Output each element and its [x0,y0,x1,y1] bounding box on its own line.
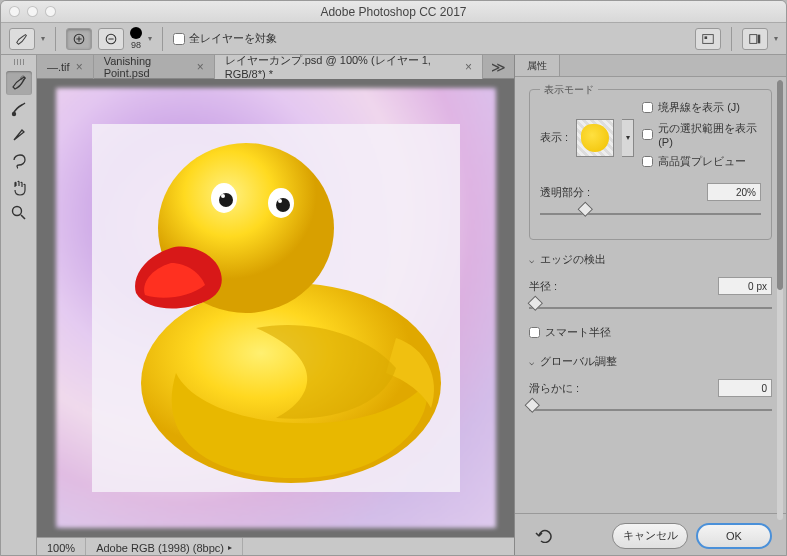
smooth-label: 滑らかに : [529,381,579,396]
close-tab-icon[interactable]: × [197,60,204,74]
svg-point-12 [219,193,233,207]
all-layers-checkbox[interactable]: 全レイヤーを対象 [173,31,277,46]
display-mode-group: 表示モード 表示 : ▾ 境界線を表示 (J) 元の選択範囲を表示 (P) 高品… [529,89,772,240]
preview-thumbnail[interactable] [576,119,614,157]
status-bar: 100% Adobe RGB (1998) (8bpc)▸ [37,537,514,556]
tools-panel [1,55,37,556]
panel-scrollbar[interactable] [777,80,783,520]
document-tab[interactable]: Vanishing Point.psd× [94,55,215,79]
document-tabs: —.tif× Vanishing Point.psd× レイヤーカンプ.psd … [37,55,514,79]
chevron-down-icon: ⌵ [529,357,534,367]
reset-button[interactable] [529,526,557,546]
document-area: —.tif× Vanishing Point.psd× レイヤーカンプ.psd … [37,55,514,556]
smart-radius-checkbox[interactable]: スマート半径 [529,325,772,340]
document-tab-active[interactable]: レイヤーカンプ.psd @ 100% (レイヤー 1, RGB/8*) *× [215,55,483,79]
radius-label: 半径 : [529,279,557,294]
svg-point-8 [12,207,21,216]
svg-rect-2 [703,34,714,43]
ok-button[interactable]: OK [696,523,772,549]
subtract-selection-button[interactable] [98,28,124,50]
chevron-down-icon: ⌵ [529,255,534,265]
color-profile[interactable]: Adobe RGB (1998) (8bpc)▸ [86,538,243,556]
edge-section-toggle[interactable]: ⌵エッジの検出 [529,252,772,267]
brush-size-value: 98 [131,40,141,50]
global-section-toggle[interactable]: ⌵グローバル調整 [529,354,772,369]
workspace-icon[interactable] [742,28,768,50]
tool-preset-picker[interactable] [9,28,35,50]
display-mode-legend: 表示モード [540,83,598,97]
panel-footer: キャンセル OK [515,513,786,556]
gallery-icon[interactable] [695,28,721,50]
svg-rect-5 [758,34,761,43]
add-selection-button[interactable] [66,28,92,50]
radius-field[interactable]: 0 px [718,277,772,295]
show-border-checkbox[interactable]: 境界線を表示 (J) [642,100,761,115]
panel-tabs: 属性 [515,55,786,77]
panel-tab-properties[interactable]: 属性 [515,55,560,76]
options-bar: ▾ 98 ▾ 全レイヤーを対象 ▾ [1,23,786,55]
high-quality-checkbox[interactable]: 高品質プレビュー [642,154,761,169]
smooth-slider[interactable] [529,403,772,417]
close-tab-icon[interactable]: × [465,60,472,74]
panel-grip-icon[interactable] [7,59,31,65]
lasso-tool[interactable] [6,149,32,173]
quick-select-tool[interactable] [6,71,32,95]
zoom-level[interactable]: 100% [37,538,86,556]
properties-panel: 属性 表示モード 表示 : ▾ 境界線を表示 (J) 元の選択範囲を表示 (P)… [514,55,786,556]
smooth-field[interactable]: 0 [718,379,772,397]
close-tab-icon[interactable]: × [76,60,83,74]
document-tab[interactable]: —.tif× [37,55,94,79]
refine-brush-tool[interactable] [6,97,32,121]
title-bar: Adobe Photoshop CC 2017 [1,1,786,23]
transparency-label: 透明部分 : [540,185,590,200]
svg-point-16 [278,199,282,203]
duck-image [116,128,446,488]
show-original-checkbox[interactable]: 元の選択範囲を表示 (P) [642,121,761,148]
tabs-overflow[interactable]: ≫ [483,59,514,75]
hand-tool[interactable] [6,175,32,199]
svg-rect-3 [705,36,708,39]
zoom-tool[interactable] [6,201,32,225]
svg-rect-4 [750,34,757,43]
all-layers-label: 全レイヤーを対象 [189,31,277,46]
brush-size-picker[interactable]: 98 [130,27,142,50]
show-label: 表示 : [540,130,568,145]
transparency-slider[interactable] [540,207,761,221]
cancel-button[interactable]: キャンセル [612,523,688,549]
svg-point-7 [11,112,15,116]
brush-tool[interactable] [6,123,32,147]
brush-dot-icon [130,27,142,39]
preview-dropdown[interactable]: ▾ [622,119,634,157]
radius-slider[interactable] [529,301,772,315]
transparency-field[interactable]: 20% [707,183,761,201]
app-title: Adobe Photoshop CC 2017 [1,5,786,19]
svg-point-15 [276,198,290,212]
canvas[interactable] [37,79,514,537]
svg-point-13 [221,194,225,198]
